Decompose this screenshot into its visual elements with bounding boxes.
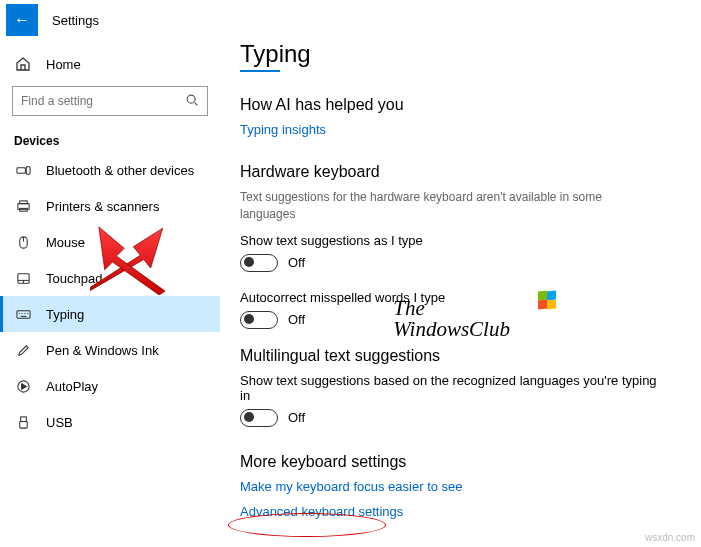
sidebar-item-mouse[interactable]: Mouse xyxy=(0,224,220,260)
svg-rect-2 xyxy=(16,167,24,173)
toggle-text-suggestions[interactable] xyxy=(240,254,278,272)
sidebar-item-autoplay[interactable]: AutoPlay xyxy=(0,368,220,404)
sidebar-home[interactable]: Home xyxy=(0,46,220,82)
section-heading-multilingual: Multilingual text suggestions xyxy=(240,347,681,365)
link-advanced-keyboard[interactable]: Advanced keyboard settings xyxy=(240,504,403,519)
sidebar-section-label: Devices xyxy=(0,126,220,152)
content-pane: Typing How AI has helped you Typing insi… xyxy=(220,40,701,547)
sidebar-item-label: USB xyxy=(46,415,73,430)
sidebar-home-label: Home xyxy=(46,57,81,72)
search-icon xyxy=(185,93,199,110)
sidebar-item-label: Mouse xyxy=(46,235,85,250)
printer-icon xyxy=(14,197,32,215)
sidebar-item-touchpad[interactable]: Touchpad xyxy=(0,260,220,296)
section-heading-ai: How AI has helped you xyxy=(240,96,681,114)
sidebar-item-bluetooth[interactable]: Bluetooth & other devices xyxy=(0,152,220,188)
search-input[interactable] xyxy=(21,94,185,108)
page-title: Typing xyxy=(240,40,681,68)
bluetooth-icon xyxy=(14,161,32,179)
autoplay-icon xyxy=(14,377,32,395)
svg-rect-3 xyxy=(26,166,30,174)
section-heading-more: More keyboard settings xyxy=(240,453,681,471)
home-icon xyxy=(14,55,32,73)
section-heading-hardware: Hardware keyboard xyxy=(240,163,681,181)
keyboard-icon xyxy=(14,305,32,323)
sidebar-item-label: Printers & scanners xyxy=(46,199,159,214)
window-title: Settings xyxy=(52,13,99,28)
toggle-autocorrect[interactable] xyxy=(240,311,278,329)
back-arrow-icon: ← xyxy=(14,11,30,29)
sidebar-item-label: Pen & Windows Ink xyxy=(46,343,159,358)
sidebar: Home Devices Bluetooth & other devices P… xyxy=(0,40,220,547)
search-box[interactable] xyxy=(12,86,208,116)
sidebar-item-pen[interactable]: Pen & Windows Ink xyxy=(0,332,220,368)
sidebar-item-label: Touchpad xyxy=(46,271,102,286)
svg-rect-5 xyxy=(19,200,27,203)
svg-point-0 xyxy=(187,95,195,103)
link-keyboard-focus[interactable]: Make my keyboard focus easier to see xyxy=(240,479,463,494)
toggle-text-suggestions-state: Off xyxy=(288,255,305,270)
sidebar-item-printers[interactable]: Printers & scanners xyxy=(0,188,220,224)
svg-rect-20 xyxy=(19,421,27,428)
svg-rect-19 xyxy=(20,416,26,421)
toggle-autocorrect-state: Off xyxy=(288,312,305,327)
sidebar-item-label: Typing xyxy=(46,307,84,322)
toggle-multilingual[interactable] xyxy=(240,409,278,427)
touchpad-icon xyxy=(14,269,32,287)
svg-line-1 xyxy=(195,102,198,105)
sidebar-item-label: Bluetooth & other devices xyxy=(46,163,194,178)
sidebar-item-label: AutoPlay xyxy=(46,379,98,394)
title-underline xyxy=(240,70,280,72)
link-typing-insights[interactable]: Typing insights xyxy=(240,122,326,137)
sidebar-item-usb[interactable]: USB xyxy=(0,404,220,440)
usb-icon xyxy=(14,413,32,431)
toggle-multilingual-state: Off xyxy=(288,410,305,425)
back-button[interactable]: ← xyxy=(6,4,38,36)
pen-icon xyxy=(14,341,32,359)
mouse-icon xyxy=(14,233,32,251)
setting-autocorrect-label: Autocorrect misspelled words I type xyxy=(240,290,681,305)
sidebar-item-typing[interactable]: Typing xyxy=(0,296,220,332)
setting-text-suggestions-label: Show text suggestions as I type xyxy=(240,233,681,248)
svg-rect-12 xyxy=(16,310,29,318)
hardware-note: Text suggestions for the hardware keyboa… xyxy=(240,189,660,223)
setting-multilingual-label: Show text suggestions based on the recog… xyxy=(240,373,660,403)
